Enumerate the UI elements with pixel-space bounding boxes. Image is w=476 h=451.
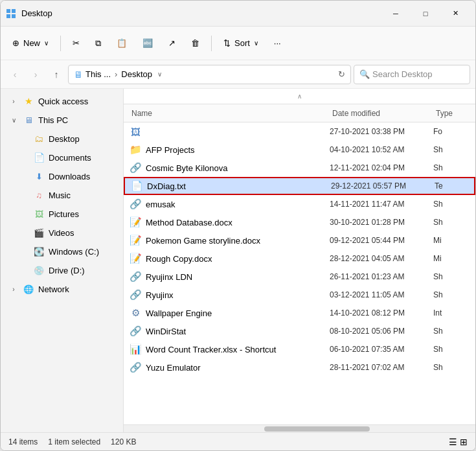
table-row[interactable]: 🔗 Ryujinx 03-12-2021 11:05 AM Sh <box>124 286 475 304</box>
table-row[interactable]: 📝 Method Database.docx 30-10-2021 01:28 … <box>124 213 475 231</box>
file-date: 27-10-2021 03:38 PM <box>330 127 433 136</box>
table-row[interactable]: 📁 AFP Projects 04-10-2021 10:52 AM Sh <box>124 141 475 159</box>
sidebar-item-videos[interactable]: 🎬 Videos <box>3 224 120 242</box>
more-button[interactable]: ··· <box>267 32 288 55</box>
window: Desktop ─ □ ✕ ⊕ New ∨ ✂ ⧉ 📋 🔤 ↗ 🗑 <box>0 0 476 451</box>
plus-icon: ⊕ <box>12 38 19 48</box>
downloads-label: Downloads <box>49 172 90 181</box>
file-date: 04-10-2021 10:52 AM <box>330 145 433 154</box>
col-date-header[interactable]: Date modified <box>330 104 433 122</box>
breadcrumb-sep: › <box>115 69 117 79</box>
delete-button[interactable]: 🗑 <box>185 32 206 55</box>
file-icon-shortcut-folder: 📁 <box>130 144 142 156</box>
minimize-button[interactable]: ─ <box>381 3 411 24</box>
svg-rect-2 <box>6 14 10 18</box>
file-icon: 📝 <box>129 234 142 247</box>
search-bar[interactable]: 🔍 Search Desktop <box>354 65 470 84</box>
file-name: Wallpaper Engine <box>146 308 330 318</box>
file-type: Sh <box>433 327 475 336</box>
paste-button[interactable]: 📋 <box>110 32 133 55</box>
maximize-button[interactable]: □ <box>411 3 440 24</box>
new-button[interactable]: ⊕ New ∨ <box>6 32 55 55</box>
horizontal-scrollbar[interactable] <box>124 424 475 432</box>
cut-button[interactable]: ✂ <box>66 32 86 55</box>
file-name: Pokemon Game storyline.docx <box>146 236 330 246</box>
sidebar-item-downloads[interactable]: ⬇ Downloads <box>3 167 120 185</box>
sort-dropdown-arrow: ∨ <box>254 40 258 47</box>
sidebar-item-documents[interactable]: 📄 Documents <box>3 148 120 167</box>
main-content: › ★ Quick access ∨ 🖥 This PC 🗂 Desktop 📄… <box>1 89 475 432</box>
file-icon-shortcut: 🔗 <box>130 362 142 373</box>
breadcrumb-parent: This ... <box>85 69 111 79</box>
file-type: Mi <box>433 236 475 245</box>
table-row[interactable]: 🔗 Ryujinx LDN 26-11-2021 01:23 AM Sh <box>124 268 475 286</box>
sidebar-item-network[interactable]: › 🌐 Network <box>3 280 120 298</box>
up-button[interactable]: ↑ <box>47 65 65 84</box>
sort-button[interactable]: ⇅ Sort ∨ <box>217 32 265 55</box>
sidebar-item-windows-c[interactable]: 💽 Windows (C:) <box>3 242 120 260</box>
address-bar[interactable]: 🖥 This ... › Desktop ∨ ↻ <box>68 65 351 84</box>
svg-rect-0 <box>6 9 10 13</box>
file-icon: 📄 <box>130 179 143 192</box>
music-label: Music <box>49 191 71 200</box>
table-row[interactable]: 📊 Word Count Tracker.xlsx - Shortcut 06-… <box>124 340 475 358</box>
table-row[interactable]: 🖼 27-10-2021 03:38 PM Fo <box>124 122 475 141</box>
sidebar-item-desktop[interactable]: 🗂 Desktop <box>3 130 120 148</box>
addressbar-row: ‹ › ↑ 🖥 This ... › Desktop ∨ ↻ 🔍 Search … <box>1 60 475 89</box>
view-controls: ☰ ⊞ <box>449 437 468 447</box>
file-name: Yuzu Emulator <box>146 363 330 373</box>
file-name: Cosmic Byte Kilonova <box>146 163 330 173</box>
selected-info: 1 item selected <box>48 437 100 446</box>
back-button[interactable]: ‹ <box>6 65 24 84</box>
rename-icon: 🔤 <box>142 38 153 48</box>
file-date: 14-10-2021 08:12 PM <box>330 308 433 318</box>
col-type-header[interactable]: Type <box>433 104 475 122</box>
file-type: Sh <box>433 145 475 154</box>
forward-button[interactable]: › <box>27 65 45 84</box>
close-button[interactable]: ✕ <box>440 3 470 24</box>
table-row[interactable]: 📄 DxDiag.txt 29-12-2021 05:57 PM Te <box>124 177 475 195</box>
table-row[interactable]: 🔗 WinDirStat 08-10-2021 05:06 PM Sh <box>124 322 475 340</box>
sort-chevron-icon[interactable]: ∧ <box>297 93 302 100</box>
file-type: Sh <box>433 218 475 227</box>
table-row[interactable]: 🔗 emusak 14-11-2021 11:47 AM Sh <box>124 195 475 213</box>
share-button[interactable]: ↗ <box>162 32 182 55</box>
new-dropdown-arrow: ∨ <box>44 40 49 47</box>
file-date: 08-10-2021 05:06 PM <box>330 327 433 336</box>
table-row[interactable]: 📝 Pokemon Game storyline.docx 09-12-2021… <box>124 231 475 249</box>
table-row[interactable]: 📝 Rough Copy.docx 28-12-2021 04:05 AM Mi <box>124 249 475 268</box>
sidebar-item-quick-access[interactable]: › ★ Quick access <box>3 92 120 110</box>
more-icon: ··· <box>274 38 281 48</box>
copy-button[interactable]: ⧉ <box>89 32 108 55</box>
search-placeholder: Search Desktop <box>372 69 433 79</box>
file-icon-docx: 📝 <box>130 216 142 228</box>
file-icon-shortcut: 🔗 <box>130 198 142 210</box>
breadcrumb-dropdown-arrow[interactable]: ∨ <box>157 71 162 78</box>
file-icon: 📁 <box>129 143 142 156</box>
file-date: 14-11-2021 11:47 AM <box>330 200 433 209</box>
file-name: emusak <box>146 200 330 209</box>
sidebar-item-pictures[interactable]: 🖼 Pictures <box>3 205 120 223</box>
copy-icon: ⧉ <box>95 38 101 49</box>
file-type: Sh <box>433 200 475 209</box>
grid-view-button[interactable]: ⊞ <box>460 437 468 447</box>
file-icon: 🔗 <box>129 361 142 374</box>
list-view-button[interactable]: ☰ <box>449 437 457 447</box>
desktop-folder-icon: 🗂 <box>33 133 45 145</box>
file-icon-docx: 📝 <box>130 253 142 264</box>
file-icon: 📝 <box>129 216 142 229</box>
pictures-icon: 🖼 <box>33 208 45 220</box>
file-name: Ryujinx LDN <box>146 272 330 282</box>
file-list-body[interactable]: 🖼 27-10-2021 03:38 PM Fo 📁 AFP Projects … <box>124 122 475 424</box>
sidebar-item-drive-d[interactable]: 💿 Drive (D:) <box>3 261 120 279</box>
refresh-button[interactable]: ↻ <box>338 69 345 79</box>
table-row[interactable]: ⚙ Wallpaper Engine 14-10-2021 08:12 PM I… <box>124 304 475 322</box>
sidebar-item-music[interactable]: ♫ Music <box>3 186 120 204</box>
table-row[interactable]: 🔗 Yuzu Emulator 28-11-2021 07:02 AM Sh <box>124 358 475 376</box>
window-controls: ─ □ ✕ <box>381 3 470 24</box>
sidebar-item-this-pc[interactable]: ∨ 🖥 This PC <box>3 111 120 129</box>
table-row[interactable]: 🔗 Cosmic Byte Kilonova 12-11-2021 02:04 … <box>124 159 475 177</box>
this-pc-icon: 🖥 <box>23 114 34 126</box>
col-name-header[interactable]: Name <box>129 104 330 122</box>
rename-button[interactable]: 🔤 <box>136 32 159 55</box>
